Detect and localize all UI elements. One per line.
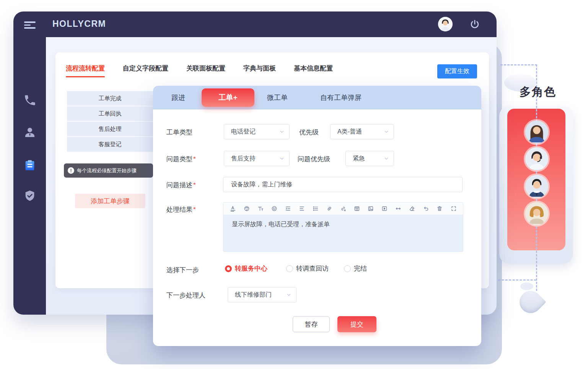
modal-tabbar: 跟进 工单+ 微工单 自有工单弹屏: [153, 86, 481, 109]
role-avatar-agent4: [525, 202, 548, 225]
divider-icon[interactable]: [395, 206, 402, 212]
tab-process-flow-config[interactable]: 流程流转配置: [66, 64, 105, 73]
tab-custom-field-config[interactable]: 自定义字段配置: [123, 64, 168, 73]
tab-ticket-plus[interactable]: 工单+: [202, 88, 254, 107]
priority-label: 优先级: [299, 128, 319, 137]
next-handler-select[interactable]: 线下维修部门: [228, 287, 296, 302]
link-icon[interactable]: [326, 206, 332, 212]
brand-logo: HOLLYCRM: [52, 19, 106, 29]
delete-icon[interactable]: [437, 206, 443, 212]
role-avatar-agent3: [525, 175, 548, 198]
issue-type-label: 问题类型*: [166, 155, 196, 163]
app-sidebar: [13, 37, 46, 315]
palette-icon[interactable]: [243, 206, 250, 212]
customer-icon[interactable]: [23, 126, 36, 139]
radio-transfer-service-center[interactable]: 转服务中心: [225, 264, 267, 273]
add-step-button[interactable]: 添加工单步骤: [75, 194, 145, 208]
ticket-type-label: 工单类型: [166, 128, 192, 137]
radio-selected-icon: [225, 265, 232, 272]
drop-decoration: [515, 286, 546, 318]
config-tabbar: 流程流转配置 自定义字段配置 关联面板配置 字典与面板 基本信息配置: [66, 64, 333, 73]
result-label: 处理结果*: [166, 205, 196, 214]
unlink-icon[interactable]: [340, 206, 347, 212]
chevron-down-icon: [286, 292, 292, 297]
tab-basic-info-config[interactable]: 基本信息配置: [294, 64, 333, 73]
emoji-icon[interactable]: [271, 206, 277, 212]
apply-config-button[interactable]: 配置生效: [437, 64, 477, 78]
dashed-connector-top: [500, 64, 537, 65]
phone-icon[interactable]: [23, 94, 36, 107]
chevron-down-icon: [384, 156, 389, 161]
list-item-aftersales-handling[interactable]: 售后处理: [67, 122, 153, 137]
radio-transfer-survey-callback[interactable]: 转调查回访: [286, 264, 329, 273]
next-handler-label: 下一步处理人: [166, 291, 205, 300]
menu-toggle-icon[interactable]: [24, 21, 36, 29]
list-icon[interactable]: [312, 206, 319, 212]
eraser-icon[interactable]: [409, 206, 415, 212]
tab-follow-up[interactable]: 跟进: [171, 86, 185, 109]
next-step-label: 选择下一步: [166, 266, 199, 274]
radio-finish[interactable]: 完结: [344, 264, 367, 273]
radio-unselected-icon: [344, 265, 351, 272]
ticket-modal: 跟进 工单+ 微工单 自有工单弹屏 工单类型 电话登记 优先级 A类-普通 问题…: [153, 86, 481, 346]
ticket-type-select[interactable]: 电话登记: [224, 124, 290, 139]
role-avatar-agent1: [525, 121, 548, 144]
video-icon[interactable]: [381, 206, 388, 212]
priority-select[interactable]: A类-普通: [330, 124, 394, 139]
result-rich-editor[interactable]: 显示屏故障，电话已受理，准备派单: [223, 202, 463, 252]
shield-check-icon[interactable]: [23, 189, 36, 202]
logout-power-icon[interactable]: [469, 19, 480, 30]
exclamation-icon: !: [68, 167, 74, 174]
app-header: HOLLYCRM: [13, 11, 497, 37]
table-icon[interactable]: [354, 206, 360, 212]
warning-text: 每个流程必须配置开始步骤: [77, 167, 137, 174]
undo-icon[interactable]: [423, 206, 429, 212]
chevron-down-icon: [279, 129, 285, 134]
warning-tooltip: ! 每个流程必须配置开始步骤: [64, 163, 153, 178]
tab-own-ticket-popup[interactable]: 自有工单弹屏: [320, 86, 362, 109]
indent-icon[interactable]: [285, 206, 291, 212]
fullscreen-icon[interactable]: [450, 206, 457, 212]
chevron-down-icon: [384, 129, 389, 134]
dashed-connector-bottom: [498, 279, 536, 281]
save-draft-button[interactable]: 暂存: [293, 316, 330, 332]
line-height-icon[interactable]: [298, 206, 305, 212]
submit-button[interactable]: 提交: [337, 316, 376, 332]
text-style-icon[interactable]: [230, 206, 236, 212]
role-avatar-agent2: [525, 147, 548, 170]
cloud-decoration-small: [520, 282, 533, 290]
list-item-ticket-complete[interactable]: 工单完成: [67, 91, 153, 106]
list-item-service-register[interactable]: 客服登记: [67, 137, 153, 152]
tab-linked-panel-config[interactable]: 关联面板配置: [186, 64, 225, 73]
user-avatar[interactable]: [438, 17, 453, 31]
issue-desc-input[interactable]: 设备故障，需上门维修: [223, 177, 463, 192]
issue-priority-label: 问题优先级: [298, 155, 330, 163]
image-icon[interactable]: [368, 206, 374, 212]
font-size-icon[interactable]: [257, 206, 264, 212]
issue-priority-select[interactable]: 紧急: [345, 151, 394, 166]
list-item-ticket-receipt[interactable]: 工单回执: [67, 106, 153, 122]
tab-dictionary-panel[interactable]: 字典与面板: [243, 64, 276, 73]
ticket-clipboard-icon[interactable]: [23, 159, 36, 172]
radio-unselected-icon: [286, 265, 293, 272]
result-editor-body[interactable]: 显示屏故障，电话已受理，准备派单: [223, 215, 463, 251]
issue-type-select[interactable]: 售后支持: [224, 151, 290, 166]
tab-micro-ticket[interactable]: 微工单: [267, 86, 288, 109]
chevron-down-icon: [279, 156, 285, 161]
multi-role-label: 多角色: [520, 84, 556, 100]
issue-desc-label: 问题描述*: [166, 181, 196, 189]
editor-toolbar: [223, 202, 463, 215]
workflow-step-list: 工单完成 工单回执 售后处理 客服登记: [67, 91, 153, 152]
